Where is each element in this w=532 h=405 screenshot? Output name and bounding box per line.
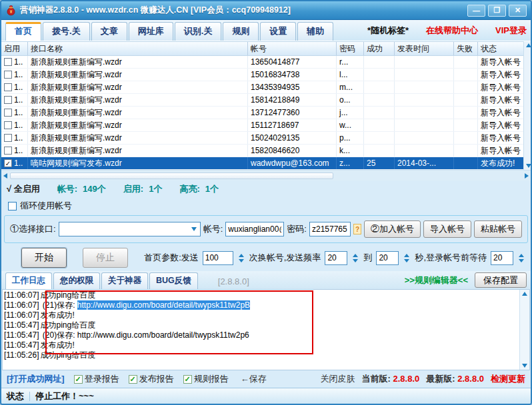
table-row[interactable]: 1..新浪新规则重新编写.wzdr15024029135p...新导入帐号	[1, 132, 523, 145]
table-horizontal-scrollbar[interactable]	[1, 170, 531, 181]
scroll-left-icon[interactable]	[3, 173, 7, 179]
close-icon[interactable]: ✕	[509, 5, 527, 17]
row-enable-checkbox[interactable]	[4, 83, 12, 91]
check-update-link[interactable]: 检测更新	[491, 373, 525, 385]
checkbox-icon[interactable]: ✓	[74, 375, 83, 384]
accounts-table-zone: 启用接口名称帐号密码成功发表时间失败状态 1..新浪新规则重新编写.wzdr13…	[1, 41, 531, 170]
log-scroll-down-icon[interactable]	[522, 364, 527, 368]
column-header[interactable]: 启用	[1, 42, 28, 55]
minimize-icon[interactable]: —	[467, 5, 485, 17]
password-cell: j...	[337, 107, 364, 119]
status-text: 停止工作！~~~	[35, 390, 94, 402]
scroll-right-icon[interactable]	[525, 173, 529, 179]
table-row[interactable]: 1..新浪新规则重新编写.wzdr15820846620k...新导入帐号	[1, 145, 523, 157]
enabled-count-label: 启用:	[123, 183, 143, 195]
table-vertical-scrollbar[interactable]	[523, 41, 532, 170]
account-cell: 15016834738	[248, 69, 337, 81]
tab-网址库[interactable]: 网址库	[129, 22, 173, 41]
table-row[interactable]: 1..新浪新规则重新编写.wzdr13712477360j...新导入帐号	[1, 107, 523, 119]
import-account-button[interactable]: 导入帐号	[423, 220, 471, 238]
password-input[interactable]	[309, 222, 351, 236]
log-tab-工作日志[interactable]: 工作日志	[5, 272, 52, 289]
vip-login-link[interactable]: VIP登录	[495, 25, 527, 37]
frequency-min-stepper[interactable]	[351, 254, 359, 262]
loop-accounts-checkbox[interactable]	[8, 202, 17, 210]
column-header[interactable]: 接口名称	[28, 42, 248, 55]
success-cell	[364, 81, 395, 93]
report-checkbox-规则报告[interactable]: ✓规则报告	[183, 373, 229, 385]
log-tab-您的权限[interactable]: 您的权限	[53, 272, 100, 289]
select-all-toggle[interactable]: √ 全启用	[7, 183, 40, 195]
scroll-down-icon[interactable]	[526, 164, 531, 168]
interface-name-cell: 新浪新规则重新编写.wzdr	[28, 145, 248, 157]
row-enable-checkbox[interactable]	[4, 121, 12, 129]
send-count-input[interactable]	[203, 251, 233, 265]
frequency-max-input[interactable]	[376, 251, 399, 265]
column-header[interactable]: 密码	[337, 42, 364, 55]
close-skin-link[interactable]: 关闭皮肤	[321, 373, 355, 385]
tab-设置[interactable]: 设置	[260, 22, 296, 41]
save-hint-label[interactable]: ←保存	[241, 373, 267, 385]
frequency-max-stepper[interactable]	[403, 254, 411, 262]
table-row[interactable]: 1..新浪新规则重新编写.wzdr15112718697w...新导入帐号	[1, 119, 523, 132]
interface-name-cell: 新浪新规则重新编写.wzdr	[28, 81, 248, 93]
horizontal-scroll-thumb[interactable]	[10, 173, 333, 179]
frequency-min-input[interactable]	[325, 251, 347, 265]
log-scroll-up-icon[interactable]	[522, 292, 527, 296]
login-wait-input[interactable]	[491, 251, 513, 265]
send-count-stepper[interactable]	[237, 254, 245, 262]
maximize-icon[interactable]: ❒	[488, 5, 506, 17]
tab-规则[interactable]: 规则	[223, 22, 259, 41]
column-header[interactable]: 发表时间	[395, 42, 454, 55]
paste-account-button[interactable]: 粘贴帐号	[474, 220, 522, 238]
table-row[interactable]: 1..新浪新规则重新编写.wzdr13650414877r...新导入帐号	[1, 56, 523, 69]
to-label: 到	[363, 252, 372, 264]
tab-拨号.关[interactable]: 拨号.关	[43, 22, 90, 41]
select-interface-label: ①选择接口:	[10, 223, 56, 235]
column-header[interactable]: 成功	[364, 42, 395, 55]
report-checkbox-登录报告[interactable]: ✓登录报告	[74, 373, 119, 385]
column-header[interactable]: 帐号	[248, 42, 337, 55]
help-icon[interactable]: ?	[353, 224, 361, 234]
log-tab-BUG反馈[interactable]: BUG反馈	[149, 272, 198, 289]
login-wait-stepper[interactable]	[517, 254, 525, 262]
column-header[interactable]: 失败	[454, 42, 478, 55]
checkbox-icon[interactable]: ✓	[183, 375, 192, 384]
log-vertical-scrollbar[interactable]	[519, 290, 529, 370]
log-tab-关于神器[interactable]: 关于神器	[101, 272, 148, 289]
table-row[interactable]: 1..新浪新规则重新编写.wzdr15016834738l...新导入帐号	[1, 69, 523, 81]
table-row[interactable]: 1..新浪新规则重新编写.wzdr13435394935m...新导入帐号	[1, 81, 523, 94]
scroll-up-icon[interactable]	[526, 43, 531, 47]
log-url[interactable]: http://www.digu.com/board/detail/twypsk1…	[77, 330, 249, 340]
account-label: 帐号:	[203, 223, 223, 235]
rule-editor-link[interactable]: >>规则编辑器<<	[405, 274, 468, 286]
row-enable-checkbox[interactable]	[4, 134, 12, 142]
tab-文章[interactable]: 文章	[91, 22, 127, 41]
stop-button[interactable]: 停止	[83, 248, 128, 268]
row-enable-checkbox[interactable]	[4, 147, 12, 155]
account-input[interactable]	[225, 222, 284, 236]
open-success-urls-link[interactable]: [打开成功网址]	[7, 373, 65, 385]
account-cell: 13712477360	[248, 107, 337, 119]
tab-辅助[interactable]: 辅助	[297, 22, 333, 41]
row-enable-checkbox[interactable]	[4, 96, 12, 104]
status-bar: 状态 停止工作！~~~	[1, 388, 531, 404]
table-row[interactable]: ✓1..嘀咕网规则编写发布.wzdrwadwdwpu@163.comz...25…	[1, 157, 523, 170]
row-enable-checkbox[interactable]	[4, 109, 12, 117]
column-header[interactable]: 状态	[478, 42, 523, 55]
save-config-button[interactable]: 保存配置	[475, 272, 527, 288]
tab-首页[interactable]: 首页	[5, 22, 41, 41]
checkbox-icon[interactable]: ✓	[129, 375, 137, 384]
add-account-button[interactable]: ②加入帐号	[364, 220, 421, 238]
password-cell: p...	[337, 132, 364, 144]
log-url[interactable]: http://www.digu.com/board/detail/twypsk1…	[77, 300, 250, 310]
row-enable-checkbox[interactable]	[4, 71, 12, 79]
tab-识别.关[interactable]: 识别.关	[175, 22, 222, 41]
report-checkbox-发布报告[interactable]: ✓发布报告	[129, 373, 174, 385]
row-enable-checkbox[interactable]: ✓	[4, 159, 12, 167]
online-help-link[interactable]: 在线帮助中心	[426, 25, 478, 37]
start-button[interactable]: 开始	[21, 248, 67, 268]
table-row[interactable]: 1..新浪新规则重新编写.wzdr15814218849o...新导入帐号	[1, 94, 523, 107]
row-enable-checkbox[interactable]	[4, 58, 12, 66]
interface-select[interactable]	[59, 222, 201, 236]
